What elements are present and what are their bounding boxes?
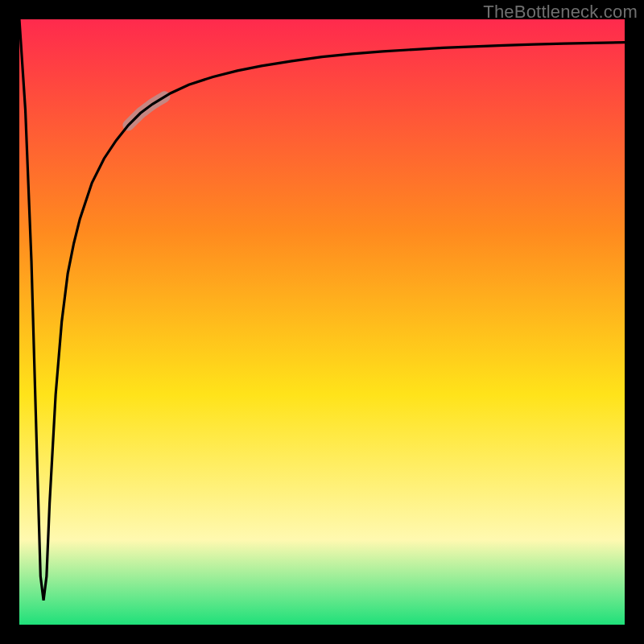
chart-frame: TheBottleneck.com — [0, 0, 644, 644]
gradient-background — [19, 19, 625, 625]
plot-area — [19, 19, 625, 625]
chart-svg — [19, 19, 625, 625]
